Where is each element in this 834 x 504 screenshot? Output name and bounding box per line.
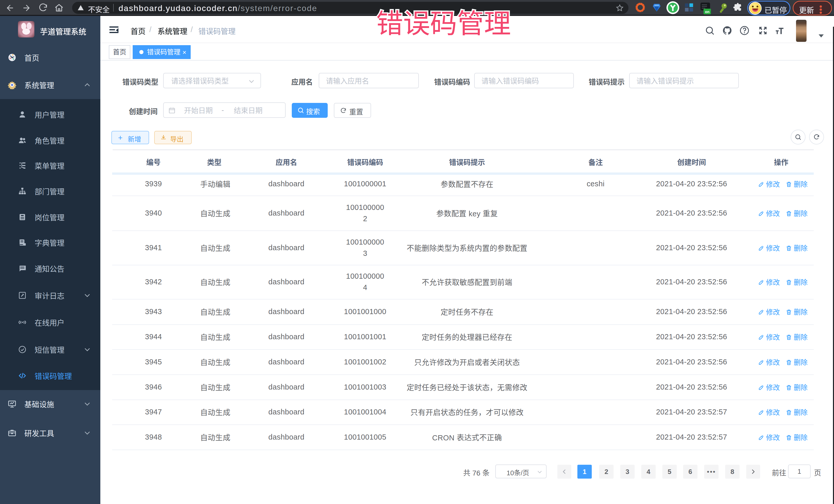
- svg-text:on: on: [705, 10, 709, 14]
- svg-text:错误码管理: 错误码管理: [376, 8, 511, 39]
